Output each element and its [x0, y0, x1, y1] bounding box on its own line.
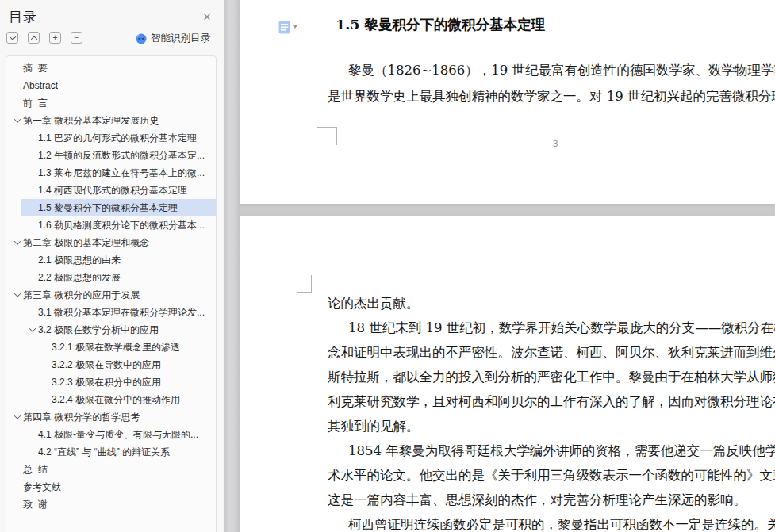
- toc-item[interactable]: 3.2 极限在数学分析中的应用: [6, 321, 216, 339]
- chevron-spacer: [27, 132, 38, 144]
- toc-item[interactable]: 前 言: [6, 94, 216, 112]
- toc-item-label: 3.2.3 极限在积分中的应用: [52, 376, 161, 389]
- sidebar-title: 目录: [9, 8, 37, 26]
- toc-item-label: 3.2.4 极限在微分中的推动作用: [52, 393, 180, 407]
- toc-item[interactable]: 第一章 微积分基本定理发展历史: [6, 112, 216, 129]
- page-icon: [278, 21, 290, 34]
- toc-item-label: 3.2 极限在数学分析中的应用: [38, 323, 159, 337]
- chevron-spacer: [27, 185, 38, 196]
- chevron-down-icon[interactable]: [12, 411, 23, 423]
- toc-item-label: 第二章 极限的基本定理和概念: [23, 236, 149, 250]
- text-line: 斯特拉斯，都以全力的投入到分析的严密化工作中。黎曼由于在柏林大学从师狄: [328, 365, 775, 389]
- chevron-down-icon[interactable]: [12, 289, 23, 300]
- zoom-in-button[interactable]: +: [49, 32, 61, 44]
- toc-item[interactable]: 3.2.4 极限在微分中的推动作用: [6, 391, 216, 408]
- toc-item[interactable]: 3.1 微积分基本定理在微积分学理论发...: [6, 304, 216, 321]
- toc-item-label: 第一章 微积分基本定理发展历史: [23, 114, 159, 128]
- toc-item-label: 参考文献: [23, 480, 61, 494]
- chevron-spacer: [40, 394, 52, 405]
- toc-item-label: 总 结: [23, 463, 48, 477]
- page1-paragraph: 黎曼（1826~1866），19 世纪最富有创造性的德国数学家、数学物理学家。是…: [328, 57, 775, 109]
- toc-item[interactable]: 1.5 黎曼积分下的微积分基本定理: [21, 199, 216, 216]
- chevron-spacer: [40, 377, 52, 388]
- toc-item[interactable]: 4.2 “直线” 与 “曲线” 的辩证关系: [6, 443, 216, 461]
- chevron-spacer: [27, 202, 38, 213]
- toc-item[interactable]: 1.6 勒贝格测度积分论下的微积分基本...: [6, 216, 216, 234]
- toc-toolbar: + −: [6, 32, 82, 44]
- toc-item-label: 2.2 极限思想的发展: [38, 271, 121, 285]
- toc-item[interactable]: 总 结: [6, 461, 216, 478]
- toc-item[interactable]: 3.2.1 极限在数学概念里的渗透: [6, 339, 216, 356]
- ai-face-icon: [136, 33, 147, 44]
- chevron-spacer: [27, 167, 38, 178]
- toc-item-label: 1.2 牛顿的反流数形式的微积分基本定...: [38, 149, 205, 163]
- chevron-spacer: [40, 359, 52, 370]
- chevron-down-icon: [9, 33, 15, 40]
- toc-sidebar: 目录 ✕ + − 智能识别目录 摘 要Abstract前 言第一章 微积分基本定…: [0, 0, 224, 532]
- text-line: 这是一篇内容丰富、思想深刻的杰作，对完善分析理论产生深远的影响。: [328, 488, 775, 512]
- chevron-spacer: [12, 481, 23, 492]
- smart-toc-label: 智能识别目录: [151, 32, 210, 45]
- toc-item[interactable]: Abstract: [6, 77, 216, 94]
- toc-item[interactable]: 第三章 微积分的应用于发展: [6, 286, 216, 304]
- page-separator: [240, 204, 775, 216]
- toc-item[interactable]: 第二章 极限的基本定理和概念: [6, 234, 216, 251]
- dropdown-caret-icon: [293, 25, 297, 29]
- toc-item-label: 3.2.2 极限在导数中的应用: [52, 358, 161, 372]
- text-line: 术水平的论文。他交出的是《关于利用三角级数表示一个函数的可能性的》文章。: [328, 463, 775, 488]
- toc-item[interactable]: 1.3 莱布尼兹的建立在符号基本上的微...: [6, 164, 216, 182]
- toc-item[interactable]: 2.1 极限思想的由来: [6, 251, 216, 269]
- toc-item-label: 1.6 勒贝格测度积分论下的微积分基本...: [38, 219, 205, 232]
- zoom-out-button[interactable]: −: [71, 32, 82, 44]
- close-icon[interactable]: ✕: [201, 12, 213, 23]
- chevron-spacer: [27, 150, 38, 161]
- text-line: 其独到的见解。: [328, 414, 775, 438]
- chevron-spacer: [27, 307, 38, 318]
- toc-item-label: 前 言: [23, 97, 48, 110]
- chevron-down-icon[interactable]: [12, 115, 23, 126]
- toc-item[interactable]: 4.1 极限-量变与质变、有限与无限的...: [6, 426, 216, 443]
- toc-item[interactable]: 致 谢: [6, 496, 216, 513]
- document-view: 1.5 黎曼积分下的微积分基本定理 黎曼（1826~1866），19 世纪最富有…: [240, 0, 775, 532]
- expand-all-button[interactable]: [6, 32, 18, 44]
- toc-item[interactable]: 1.4 柯西现代形式的微积分基本定理: [6, 182, 216, 199]
- toc-item[interactable]: 第四章 微积分学的哲学思考: [6, 408, 216, 426]
- toc-item-label: 1.3 莱布尼兹的建立在符号基本上的微...: [38, 166, 205, 180]
- toc-item-label: 3.2.1 极限在数学概念里的渗透: [52, 341, 180, 354]
- toc-item-label: 1.4 柯西现代形式的微积分基本定理: [38, 184, 187, 197]
- toc-item-label: 2.1 极限思想的由来: [38, 254, 121, 267]
- chevron-spacer: [12, 63, 23, 74]
- toc-item[interactable]: 摘 要: [6, 59, 216, 77]
- toc-item-label: 4.2 “直线” 与 “曲线” 的辩证关系: [38, 446, 170, 459]
- chevron-spacer: [12, 98, 23, 109]
- chevron-spacer: [12, 499, 23, 510]
- toc-item[interactable]: 2.2 极限思想的发展: [6, 269, 216, 286]
- toc-item[interactable]: 1.1 巴罗的几何形式的微积分基本定理: [6, 129, 216, 147]
- page-thumbnail-button[interactable]: [278, 21, 304, 35]
- chevron-spacer: [27, 429, 38, 440]
- plus-icon: +: [53, 34, 58, 42]
- toc-item-label: 1.1 巴罗的几何形式的微积分基本定理: [38, 132, 197, 145]
- chevron-down-icon[interactable]: [12, 237, 23, 248]
- chevron-spacer: [12, 80, 23, 91]
- toc-item[interactable]: 3.2.3 极限在积分中的应用: [6, 373, 216, 391]
- text-line: 1854 年黎曼为取得哥廷根大学编外讲师的资格，需要他递交一篇反映他学: [328, 438, 775, 463]
- toc-item-label: 第四章 微积分学的哲学思考: [23, 411, 140, 424]
- toc-item-label: 摘 要: [23, 62, 48, 75]
- text-boundary-mark: [317, 127, 337, 145]
- toc-item[interactable]: 3.2.2 极限在导数中的应用: [6, 356, 216, 373]
- chevron-down-icon[interactable]: [27, 324, 38, 335]
- toc-item[interactable]: 1.2 牛顿的反流数形式的微积分基本定...: [6, 147, 216, 164]
- page-number: 3: [553, 139, 558, 148]
- toc-item[interactable]: 参考文献: [6, 478, 216, 496]
- toc-panel: 摘 要Abstract前 言第一章 微积分基本定理发展历史1.1 巴罗的几何形式…: [6, 55, 217, 532]
- text-line: 是世界数学史上最具独创精神的数学家之一。对 19 世纪初兴起的完善微积分理: [328, 83, 775, 109]
- minus-icon: −: [75, 34, 79, 42]
- chevron-up-icon: [30, 36, 36, 42]
- collapse-all-button[interactable]: [28, 32, 40, 44]
- chevron-spacer: [27, 446, 38, 457]
- chevron-spacer: [27, 255, 38, 266]
- text-line: 黎曼（1826~1866），19 世纪最富有创造性的德国数学家、数学物理学家。: [328, 57, 775, 83]
- text-line: 18 世纪末到 19 世纪初，数学界开始关心数学最庞大的分支——微积分在概: [328, 316, 775, 340]
- smart-toc-button[interactable]: 智能识别目录: [136, 32, 210, 45]
